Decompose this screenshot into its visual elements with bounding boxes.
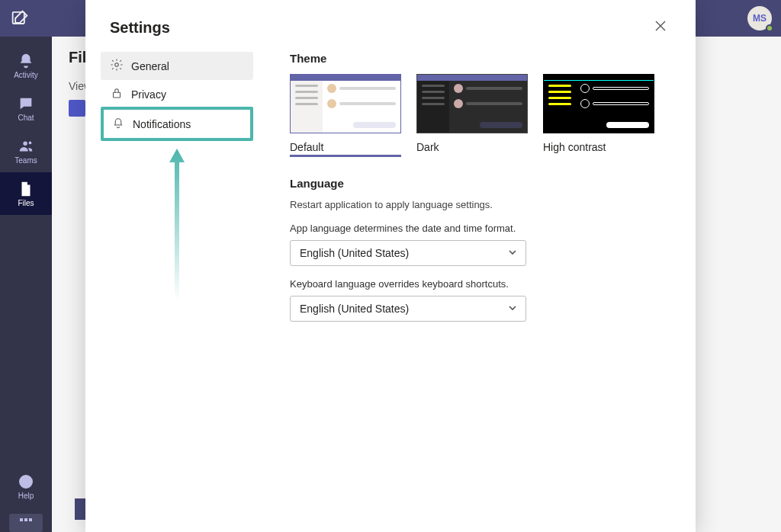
select-value: English (United States): [300, 247, 409, 259]
close-icon: [655, 21, 666, 34]
settings-nav-privacy[interactable]: Privacy: [101, 80, 253, 108]
keyboard-language-select[interactable]: English (United States): [290, 296, 526, 322]
settings-nav-general[interactable]: General: [101, 52, 253, 80]
nav-label: Notifications: [133, 118, 191, 130]
callout-highlight: Notifications: [101, 107, 253, 141]
lock-icon: [110, 86, 124, 102]
language-section-title: Language: [290, 177, 671, 190]
theme-preview-high-contrast: [543, 74, 654, 133]
settings-title: Settings: [110, 19, 170, 37]
theme-option-default[interactable]: Default: [290, 74, 401, 157]
svg-point-6: [115, 63, 119, 67]
callout-arrow: [101, 149, 253, 301]
bell-icon: [111, 116, 125, 132]
svg-rect-7: [114, 92, 121, 98]
settings-modal: Settings General: [85, 0, 696, 532]
close-button[interactable]: [650, 17, 671, 38]
keyboard-language-desc: Keyboard language overrides keyboard sho…: [290, 278, 671, 290]
settings-content: Theme: [290, 52, 671, 532]
theme-option-dark[interactable]: Dark: [416, 74, 528, 157]
modal-overlay: Settings General: [0, 0, 781, 532]
theme-option-high-contrast[interactable]: High contrast: [543, 74, 654, 157]
app-language-select[interactable]: English (United States): [290, 240, 526, 266]
theme-preview-default: [290, 74, 401, 133]
theme-label: High contrast: [543, 141, 654, 153]
nav-label: General: [131, 60, 169, 72]
gear-icon: [110, 58, 124, 74]
settings-nav-notifications[interactable]: Notifications: [104, 110, 250, 138]
theme-label: Default: [290, 141, 401, 153]
language-restart-hint: Restart application to apply language se…: [290, 199, 671, 210]
theme-options: Default: [290, 74, 671, 157]
chevron-down-icon: [507, 247, 518, 260]
theme-preview-dark: [416, 74, 528, 133]
app-language-desc: App language determines the date and tim…: [290, 223, 671, 234]
nav-label: Privacy: [131, 88, 166, 101]
settings-nav: General Privacy Notifications: [101, 52, 253, 532]
theme-label: Dark: [416, 141, 528, 153]
theme-section-title: Theme: [290, 52, 671, 65]
chevron-down-icon: [507, 303, 518, 316]
select-value: English (United States): [300, 303, 409, 315]
